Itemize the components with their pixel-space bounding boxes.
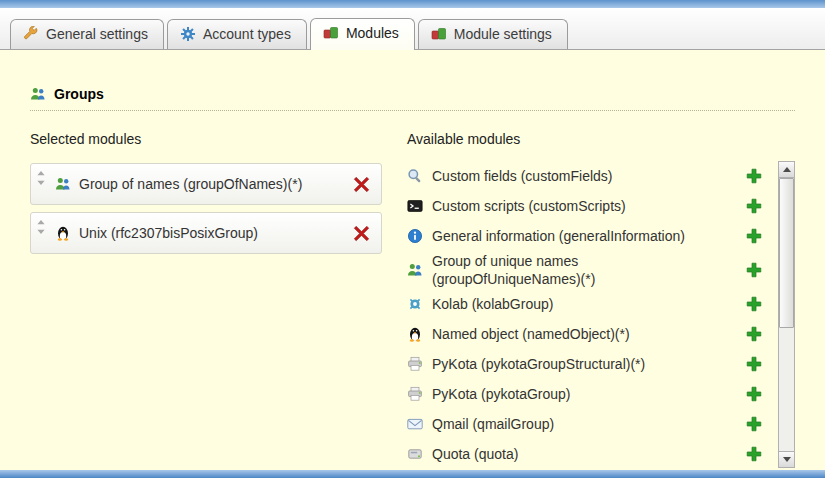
available-module-row: Qmail (qmailGroup)	[407, 409, 778, 439]
remove-module-button[interactable]	[353, 175, 371, 193]
available-module-row: PyKota (pykotaGroup)	[407, 379, 778, 409]
selected-module-label: Group of names (groupOfNames)(*)	[79, 176, 353, 192]
section-heading-groups: Groups	[30, 86, 795, 111]
add-module-button[interactable]	[746, 295, 764, 313]
plus-icon	[746, 386, 764, 402]
available-module-label: General information (generalInformation)	[432, 227, 685, 245]
available-module-row: General information (generalInformation)	[407, 221, 778, 251]
gears-icon	[180, 26, 196, 42]
kolab-icon	[407, 296, 423, 312]
delete-icon	[353, 176, 371, 193]
magnifier-icon	[407, 168, 423, 184]
plus-icon	[746, 198, 764, 214]
available-module-label: Group of unique names (groupOfUniqueName…	[432, 252, 595, 288]
selected-module-row[interactable]: Group of names (groupOfNames)(*)	[30, 163, 382, 205]
remove-module-button[interactable]	[353, 224, 371, 242]
plus-icon	[746, 262, 764, 278]
scroll-up-button[interactable]	[779, 162, 794, 178]
add-module-button[interactable]	[746, 355, 764, 373]
selected-modules-panel: Selected modules Group of names (groupOf…	[30, 131, 382, 261]
drag-handle-icon[interactable]	[37, 220, 47, 236]
add-module-button[interactable]	[746, 167, 764, 185]
modules-panel: Groups Selected modules Group of names (…	[0, 50, 825, 470]
available-module-row: Group of unique names (groupOfUniqueName…	[407, 251, 778, 289]
printer-icon	[407, 356, 423, 372]
plus-icon	[746, 228, 764, 244]
tab-bar: General settings Account types Modules M…	[0, 8, 825, 50]
available-modules-panel: Available modules Custom fields (customF…	[407, 131, 795, 468]
arrow-down-icon	[783, 457, 791, 462]
available-module-label: PyKota (pykotaGroup)	[432, 385, 571, 403]
plus-icon	[746, 168, 764, 184]
available-module-row: PyKota (pykotaGroupStructural)(*)	[407, 349, 778, 379]
scrollbar-track[interactable]	[779, 178, 794, 451]
available-module-label: Custom scripts (customScripts)	[432, 197, 626, 215]
tab-module-settings[interactable]: Module settings	[418, 19, 568, 49]
top-accent-bar	[0, 0, 825, 8]
arrow-up-icon	[783, 167, 791, 172]
available-module-label: Quota (quota)	[432, 445, 518, 463]
selected-module-row[interactable]: Unix (rfc2307bisPosixGroup)	[30, 212, 382, 254]
tab-account-types[interactable]: Account types	[167, 19, 307, 49]
tab-label: Module settings	[454, 26, 552, 42]
scroll-down-button[interactable]	[779, 451, 794, 467]
modules-icon	[323, 25, 339, 41]
group-icon	[55, 176, 71, 192]
tab-general-settings[interactable]: General settings	[10, 19, 164, 49]
available-module-row: Custom fields (customFields)	[407, 161, 778, 191]
bottom-accent-bar	[0, 470, 825, 478]
tab-modules[interactable]: Modules	[310, 18, 415, 50]
section-title: Groups	[54, 86, 104, 102]
scrollbar[interactable]	[778, 161, 795, 468]
group-icon	[407, 262, 423, 278]
modules-icon	[431, 26, 447, 42]
available-module-label: Kolab (kolabGroup)	[432, 295, 553, 313]
available-modules-heading: Available modules	[407, 131, 795, 147]
wrench-icon	[23, 26, 39, 42]
tab-label: General settings	[46, 26, 148, 42]
groups-icon	[30, 86, 46, 102]
selected-modules-heading: Selected modules	[30, 131, 382, 147]
add-module-button[interactable]	[746, 261, 764, 279]
available-module-row: Quota (quota)	[407, 439, 778, 468]
info-icon	[407, 228, 423, 244]
tab-label: Modules	[346, 25, 399, 41]
available-module-label: Qmail (qmailGroup)	[432, 415, 554, 433]
available-module-label: PyKota (pykotaGroupStructural)(*)	[432, 355, 645, 373]
plus-icon	[746, 326, 764, 342]
plus-icon	[746, 416, 764, 432]
add-module-button[interactable]	[746, 445, 764, 463]
lam-config-window: General settings Account types Modules M…	[0, 0, 825, 478]
plus-icon	[746, 446, 764, 462]
script-icon	[407, 198, 423, 214]
available-module-row: Custom scripts (customScripts)	[407, 191, 778, 221]
available-module-label: Custom fields (customFields)	[432, 167, 613, 185]
available-modules-list: Custom fields (customFields) Custom scri…	[407, 161, 778, 468]
quota-icon	[407, 446, 423, 462]
available-module-row: Named object (namedObject)(*)	[407, 319, 778, 349]
selected-module-label: Unix (rfc2307bisPosixGroup)	[79, 225, 353, 241]
available-module-label: Named object (namedObject)(*)	[432, 325, 630, 343]
drag-handle-icon[interactable]	[37, 171, 47, 187]
add-module-button[interactable]	[746, 227, 764, 245]
tux-icon	[407, 326, 423, 342]
add-module-button[interactable]	[746, 415, 764, 433]
add-module-button[interactable]	[746, 385, 764, 403]
scrollbar-thumb[interactable]	[779, 178, 794, 328]
available-module-row: Kolab (kolabGroup)	[407, 289, 778, 319]
mail-icon	[407, 416, 423, 432]
plus-icon	[746, 296, 764, 312]
tab-label: Account types	[203, 26, 291, 42]
tux-icon	[55, 225, 71, 241]
delete-icon	[353, 225, 371, 242]
add-module-button[interactable]	[746, 325, 764, 343]
printer-icon	[407, 386, 423, 402]
plus-icon	[746, 356, 764, 372]
add-module-button[interactable]	[746, 197, 764, 215]
